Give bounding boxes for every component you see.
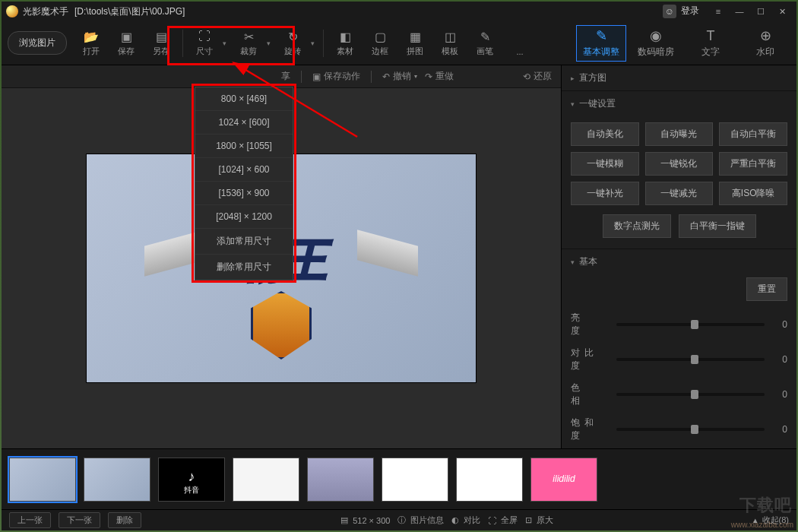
size-option[interactable]: [1536] × 900 <box>195 182 293 205</box>
oneclick-button[interactable]: 白平衡一指键 <box>679 214 756 238</box>
browse-images-button[interactable]: 浏览图片 <box>8 31 67 55</box>
app-title: 光影魔术手 <box>23 5 68 18</box>
tab-darkroom[interactable]: ◉数码暗房 <box>631 25 681 62</box>
main-toolbar: 浏览图片 📂打开 ▣保存 ▤另存 ⛶尺寸 ▾ ✂裁剪 ▾ ↻旋转 ▾ ◧素材 ▢… <box>2 21 796 65</box>
action-subbar: 享 ▣保存动作 ↶撤销▾ ↷重做 ⟲还原 <box>2 65 561 88</box>
section-oneclick[interactable]: 一键设置 <box>562 91 796 116</box>
delete-button[interactable]: 删除 <box>108 512 141 528</box>
oneclick-button[interactable]: 自动曝光 <box>645 122 714 146</box>
undo-button[interactable]: ↶撤销▾ <box>382 70 417 83</box>
resize-dropdown-arrow[interactable]: ▾ <box>223 40 230 47</box>
thumbnail[interactable] <box>9 458 76 502</box>
slider-track[interactable] <box>616 323 765 326</box>
size-option[interactable]: [2048] × 1200 <box>195 205 293 229</box>
slider-thumb[interactable] <box>691 355 698 364</box>
size-dropdown-menu: 800 × [469]1024 × [600]1800 × [1055][102… <box>195 87 293 280</box>
menu-icon[interactable]: ≡ <box>708 5 728 18</box>
tool-rotate[interactable]: ↻旋转 <box>276 25 309 62</box>
slider-thumb[interactable] <box>691 390 698 399</box>
tool-material[interactable]: ◧素材 <box>328 25 362 62</box>
tab-text[interactable]: T文字 <box>686 25 736 62</box>
tool-open[interactable]: 📂打开 <box>74 25 108 62</box>
slider-thumb[interactable] <box>691 320 698 329</box>
original-size-button[interactable]: ⊡ 原大 <box>525 515 553 526</box>
size-option[interactable]: [1024] × 600 <box>195 158 293 182</box>
size-option[interactable]: 1800 × [1055] <box>195 135 293 158</box>
thumbnail[interactable]: ♪抖音 <box>158 458 225 502</box>
undo-icon: ↶ <box>382 71 390 82</box>
thumbnail[interactable] <box>382 458 448 502</box>
slider-thumb[interactable] <box>691 425 698 434</box>
restore-icon: ⟲ <box>523 71 530 82</box>
oneclick-button[interactable]: 一键补光 <box>571 182 639 205</box>
oneclick-button[interactable]: 严重白平衡 <box>719 152 787 176</box>
thumbnail[interactable] <box>84 458 150 502</box>
crop-dropdown-arrow[interactable]: ▾ <box>267 40 274 47</box>
slider-track[interactable] <box>616 393 765 396</box>
tab-watermark[interactable]: ⊕水印 <box>740 25 790 62</box>
brush-icon: ✎ <box>477 29 492 44</box>
text-icon: T <box>707 28 715 44</box>
thumbnail[interactable]: ilidilid <box>530 458 597 502</box>
login-avatar-icon[interactable]: ☺ <box>663 5 676 18</box>
compare-button[interactable]: ◐ 对比 <box>451 515 480 526</box>
slider-label: 对比度 <box>571 347 609 372</box>
size-option[interactable]: 添加常用尺寸 <box>195 229 293 255</box>
slider-track[interactable] <box>616 358 765 361</box>
tool-template[interactable]: ◫模板 <box>433 25 467 62</box>
thumbnail[interactable] <box>307 458 374 502</box>
rotate-dropdown-arrow[interactable]: ▾ <box>311 40 318 47</box>
login-button[interactable]: 登录 <box>681 5 699 18</box>
tab-basic-adjust[interactable]: ✎基本调整 <box>576 25 626 62</box>
image-info-button[interactable]: ⓘ 图片信息 <box>397 515 444 526</box>
tool-resize[interactable]: ⛶尺寸 <box>188 25 221 62</box>
app-logo-icon <box>6 5 18 17</box>
tool-collage[interactable]: ▦拼图 <box>398 25 432 62</box>
tool-border[interactable]: ▢边框 <box>363 25 397 62</box>
thumbnail-strip: ♪抖音ilidilid <box>2 448 796 509</box>
collage-icon: ▦ <box>407 29 423 44</box>
redo-button[interactable]: ↷重做 <box>425 70 454 83</box>
oneclick-button[interactable]: 自动美化 <box>571 122 639 146</box>
save-action-button[interactable]: ▣保存动作 <box>312 70 360 83</box>
minimize-button[interactable]: ― <box>730 5 749 18</box>
size-option[interactable]: 800 × [469] <box>195 87 293 111</box>
size-option[interactable]: 删除常用尺寸 <box>195 255 293 280</box>
thumbnail[interactable] <box>233 458 299 502</box>
watermark-url: www.xiazaiba.com <box>731 521 793 529</box>
size-option[interactable]: 1024 × [600] <box>195 111 293 135</box>
section-basic[interactable]: 基本 <box>562 249 796 274</box>
close-button[interactable]: ✕ <box>772 5 792 18</box>
next-image-button[interactable]: 下一张 <box>59 512 100 528</box>
slider-track[interactable] <box>616 428 765 431</box>
rotate-icon: ↻ <box>285 29 300 44</box>
watermark-icon: ⊕ <box>760 27 771 44</box>
slider-value: 0 <box>772 319 787 330</box>
prev-image-button[interactable]: 上一张 <box>9 512 51 528</box>
share-label[interactable]: 享 <box>281 70 290 83</box>
tool-more[interactable]: ... <box>503 25 537 62</box>
tool-brush[interactable]: ✎画笔 <box>468 25 502 62</box>
restore-button[interactable]: ⟲还原 <box>523 70 552 83</box>
oneclick-button[interactable]: 一键模糊 <box>571 152 639 176</box>
oneclick-button[interactable]: 高ISO降噪 <box>719 182 787 205</box>
oneclick-button[interactable]: 一键减光 <box>645 182 714 205</box>
camera-icon: ◉ <box>650 27 662 44</box>
thumbnail[interactable] <box>456 458 523 502</box>
tool-save-as[interactable]: ▤另存 <box>144 25 178 62</box>
slider-row: 饱和度0 <box>571 412 787 447</box>
watermark-text: 下载吧 <box>739 494 792 517</box>
chevron-down-icon: ▾ <box>414 73 417 80</box>
tool-crop[interactable]: ✂裁剪 <box>232 25 265 62</box>
oneclick-button[interactable]: 一键锐化 <box>645 152 714 176</box>
save-as-icon: ▤ <box>154 29 169 44</box>
oneclick-button[interactable]: 数字点测光 <box>603 214 671 238</box>
fullscreen-button[interactable]: ⛶ 全屏 <box>488 515 518 526</box>
reset-button[interactable]: 重置 <box>746 277 787 301</box>
border-icon: ▢ <box>372 29 388 44</box>
oneclick-button[interactable]: 自动白平衡 <box>719 122 787 146</box>
section-histogram[interactable]: 直方图 <box>562 65 796 90</box>
crop-icon: ✂ <box>241 29 256 44</box>
maximize-button[interactable]: ☐ <box>751 5 771 18</box>
tool-save[interactable]: ▣保存 <box>109 25 143 62</box>
